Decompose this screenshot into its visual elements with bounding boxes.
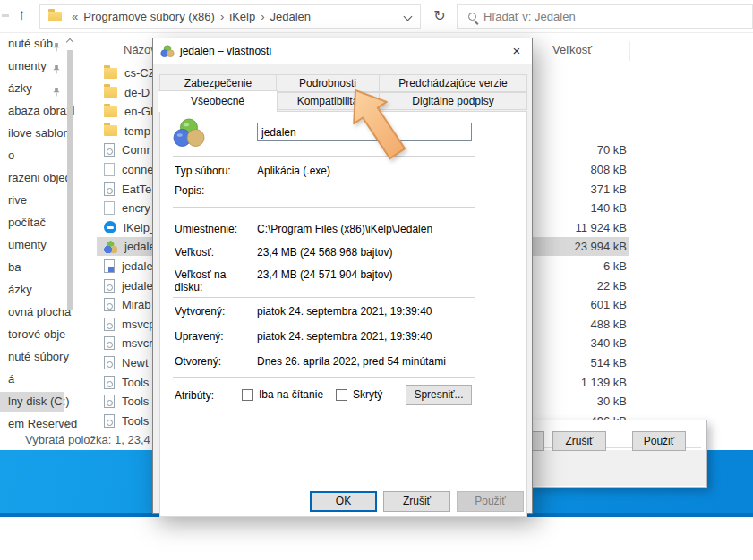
background-dialog-footer: [532, 450, 706, 486]
sidebar-item[interactable]: umenty: [0, 56, 90, 76]
dll-icon: [104, 298, 115, 311]
dialog-titlebar[interactable]: jedalen – vlastnosti ×: [153, 38, 532, 64]
app-spheres-icon: [173, 118, 205, 148]
sidebar-item[interactable]: počítač: [0, 213, 90, 233]
sidebar-item-label: ba: [8, 260, 21, 274]
advanced-button[interactable]: Spresniť...: [406, 385, 472, 405]
background-dialog: Zrušiť Použiť: [531, 420, 707, 488]
breadcrumb-separator: ›: [261, 10, 264, 23]
location-label: Umiestnenie:: [175, 223, 255, 235]
pin-icon: [52, 83, 61, 103]
doc-icon: [104, 259, 115, 273]
pin-icon: [52, 38, 61, 58]
file-size: 601 kB: [526, 298, 629, 311]
scrollbar-thumb[interactable]: [67, 50, 73, 310]
sidebar-item[interactable]: abaza obrazl: [0, 101, 90, 121]
breadcrumb-item[interactable]: Jedalen: [270, 10, 312, 23]
sidebar-item-label: ilove sablon: [8, 126, 70, 140]
created-value: piatok 24. septembra 2021, 19:39:40: [257, 305, 432, 318]
separator: [173, 297, 475, 298]
file-size: 30 kB: [526, 395, 629, 408]
sidebar-item-label: umenty: [8, 59, 47, 72]
scroll-down-icon[interactable]: [66, 418, 73, 425]
sidebar-item[interactable]: nuté súbory: [0, 347, 90, 367]
bg-apply-button[interactable]: Použiť: [632, 431, 686, 451]
column-divider[interactable]: [629, 41, 630, 61]
bg-cancel-button[interactable]: Zrušiť: [552, 431, 606, 451]
sidebar-item[interactable]: umenty: [0, 235, 90, 255]
file-size: 514 kB: [526, 356, 629, 369]
sidebar-item[interactable]: lny disk (C:): [0, 392, 64, 412]
breadcrumb-item[interactable]: iKelp: [229, 10, 255, 23]
file-type-label: Typ súboru:: [175, 165, 255, 177]
dll-icon: [104, 376, 115, 389]
folder-icon: [48, 12, 62, 21]
sidebar-item[interactable]: ovná plocha: [0, 302, 90, 322]
apply-button[interactable]: Použiť: [457, 491, 524, 512]
cancel-button[interactable]: Zrušiť: [383, 491, 450, 512]
folder-icon: [104, 106, 117, 117]
sidebar-item-label: rive: [8, 193, 27, 207]
file-size: 140 kB: [526, 201, 629, 215]
dll-icon: [104, 336, 115, 350]
dialog-title: jedalen – vlastnosti: [180, 45, 271, 57]
breadcrumb-item[interactable]: Programové súbory (x86): [83, 10, 215, 23]
tab-zabezpecenie[interactable]: Zabezpečenie: [159, 74, 277, 92]
modified-value: piatok 24. septembra 2021, 19:39:40: [257, 330, 432, 343]
size-on-disk-label: Veľkosť na disku:: [175, 268, 255, 293]
column-header-size[interactable]: Veľkosť: [552, 43, 592, 56]
sidebar-item-label: nuté súbory: [8, 350, 69, 363]
sidebar-item-label: á: [8, 372, 14, 386]
sidebar-item[interactable]: ázky: [0, 79, 90, 98]
back-icon[interactable]: [2, 14, 9, 17]
sidebar-item[interactable]: ba: [0, 258, 90, 277]
breadcrumb-prefix: «: [72, 10, 78, 23]
tab-vseobecne[interactable]: Všeobecné: [158, 90, 278, 112]
sidebar-item[interactable]: ázky: [0, 280, 90, 300]
separator: [173, 156, 475, 157]
dll-icon: [104, 395, 115, 408]
refresh-icon[interactable]: ↻: [429, 5, 450, 27]
sidebar-scrollbar[interactable]: [66, 34, 75, 429]
chevron-down-icon[interactable]: [404, 13, 413, 21]
sidebar-item-label: o: [8, 148, 14, 162]
separator: [173, 207, 475, 208]
sidebar-item[interactable]: rive: [0, 191, 90, 210]
sidebar-item[interactable]: torové obje: [0, 325, 90, 344]
folder-icon: [104, 87, 117, 98]
readonly-checkbox[interactable]: [242, 389, 253, 401]
sidebar-item-label: počítač: [8, 216, 46, 229]
created-label: Vytvorený:: [175, 305, 255, 318]
dll-icon: [104, 182, 115, 196]
annotation-arrow-icon: [333, 83, 423, 173]
sidebar-item-label: torové obje: [8, 327, 65, 341]
dll-icon: [104, 279, 115, 293]
address-bar[interactable]: « Programové súbory (x86) › iKelp › Jeda…: [39, 4, 421, 29]
app-spheres-icon: [160, 45, 175, 58]
file-size: 23 994 kB: [526, 240, 629, 253]
scroll-up-icon[interactable]: [66, 38, 73, 46]
hidden-checkbox[interactable]: [336, 389, 347, 401]
sidebar-item[interactable]: á: [0, 369, 90, 389]
sidebar-item[interactable]: razeni objed: [0, 168, 90, 188]
hidden-label: Skrytý: [353, 388, 382, 401]
size-value: 23,4 MB (24 568 968 bajtov): [257, 246, 392, 259]
location-value: C:\Program Files (x86)\iKelp\Jedalen: [257, 223, 432, 235]
search-placeholder: Hľadať v: Jedalen: [483, 10, 576, 23]
sidebar-item[interactable]: ilove sablon: [0, 123, 90, 143]
ok-button[interactable]: OK: [310, 491, 377, 512]
sidebar-item[interactable]: em Reserved: [0, 414, 90, 434]
close-icon[interactable]: ×: [501, 38, 532, 64]
search-icon: [468, 13, 476, 21]
accessed-label: Otvorený:: [175, 355, 255, 368]
sidebar-item[interactable]: nuté súb: [0, 34, 90, 54]
file-size: 22 kB: [526, 279, 629, 293]
search-input[interactable]: Hľadať v: Jedalen: [457, 4, 753, 29]
dll-icon: [104, 143, 115, 157]
sidebar-item-label: umenty: [8, 238, 47, 251]
navigation-pane: nuté súbumentyázkyabaza obrazlilove sabl…: [0, 34, 90, 432]
up-icon[interactable]: ↑: [18, 6, 26, 24]
sidebar-item-label: ovná plocha: [8, 305, 71, 318]
file-size: 1 139 kB: [526, 376, 629, 389]
sidebar-item[interactable]: o: [0, 146, 90, 165]
